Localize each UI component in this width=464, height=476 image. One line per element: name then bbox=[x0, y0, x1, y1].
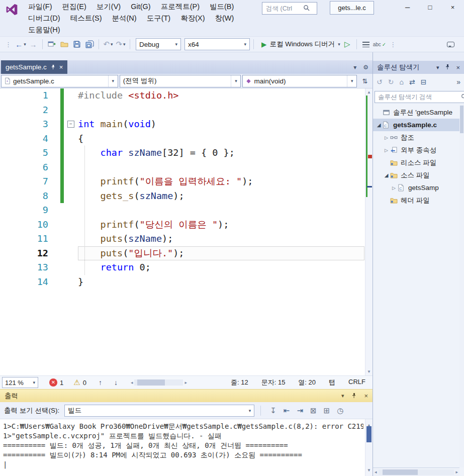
editor-horizontal-scrollbar[interactable]: ◂ ▸ bbox=[131, 376, 187, 389]
goto-message-icon[interactable]: ↧ bbox=[270, 406, 276, 415]
code-line[interactable]: return 0; bbox=[78, 260, 364, 275]
minimize-button[interactable]: ─ bbox=[396, 0, 419, 15]
scroll-left-icon[interactable]: ◂ bbox=[375, 469, 377, 474]
gear-icon[interactable]: ⚙ bbox=[363, 64, 368, 71]
code-line[interactable]: char szName[32] = { 0 }; bbox=[78, 146, 364, 160]
menu-item[interactable]: 도움말(H) bbox=[23, 24, 65, 36]
solution-search-input[interactable] bbox=[378, 93, 459, 101]
expander-expanded-icon[interactable]: ◢ bbox=[375, 122, 383, 128]
back-circle-icon[interactable]: ↺ bbox=[377, 78, 383, 86]
forward-circle-icon[interactable]: ↻ bbox=[388, 78, 394, 86]
expander-collapsed-icon[interactable]: ▷ bbox=[390, 185, 398, 191]
menu-item[interactable]: 디버그(D) bbox=[23, 13, 65, 24]
output-vertical-scrollbar[interactable]: ▲ ▼ bbox=[365, 419, 373, 476]
solution-platform-dropdown[interactable]: x64▾ bbox=[184, 38, 250, 50]
code-line[interactable] bbox=[78, 103, 364, 118]
menu-item[interactable]: 편집(E) bbox=[57, 1, 91, 13]
code-line[interactable]: gets_s(szName); bbox=[78, 189, 364, 204]
editor-vertical-scrollbar[interactable]: ▲ ▼ bbox=[365, 88, 373, 375]
menu-item[interactable]: 테스트(S) bbox=[65, 13, 107, 24]
code-editor[interactable]: 1234567891011121314 #include <stdio.h>−i… bbox=[0, 88, 373, 375]
chevron-down-icon[interactable]: ▾ bbox=[341, 393, 344, 399]
error-count-icon[interactable]: ✕ bbox=[49, 378, 57, 387]
output-log[interactable]: 1>C:₩Users₩Galaxy Book Pro360₩OneDrive₩문… bbox=[0, 419, 373, 476]
code-line[interactable]: puts(szName); bbox=[78, 232, 364, 246]
save-all-button[interactable] bbox=[84, 38, 95, 51]
search-box[interactable] bbox=[375, 91, 464, 103]
code-line[interactable]: printf("당신의 이름은 "); bbox=[78, 218, 364, 232]
chevron-down-icon[interactable]: ▾ bbox=[108, 75, 118, 87]
quick-search-box[interactable] bbox=[262, 2, 317, 15]
close-tab-icon[interactable]: × bbox=[59, 64, 63, 70]
tree-vertical-scrollbar[interactable] bbox=[459, 105, 464, 467]
scroll-left-icon[interactable]: ◂ bbox=[131, 380, 133, 385]
tree-item[interactable]: ▷CgetsSamp bbox=[373, 181, 464, 194]
code-line[interactable] bbox=[78, 160, 364, 175]
menu-item[interactable]: 확장(X) bbox=[175, 13, 210, 24]
maximize-button[interactable]: □ bbox=[419, 0, 441, 15]
scroll-up-icon[interactable]: ▲ bbox=[365, 90, 373, 94]
code-line[interactable]: puts("입니다."); bbox=[78, 246, 364, 261]
expander-collapsed-icon[interactable]: ▷ bbox=[383, 135, 390, 140]
open-file-button[interactable] bbox=[59, 38, 70, 51]
toolbar-overflow-icon[interactable]: » bbox=[456, 78, 460, 86]
close-icon[interactable]: × bbox=[364, 392, 368, 400]
clear-all-icon[interactable]: ⊠ bbox=[310, 406, 317, 415]
next-issue-button[interactable]: ↓ bbox=[114, 378, 118, 387]
new-project-button[interactable] bbox=[46, 38, 57, 51]
scroll-down-icon[interactable]: ▼ bbox=[365, 369, 373, 374]
navigation-updown-icon[interactable]: ⇅ bbox=[358, 77, 372, 85]
expander-collapsed-icon[interactable]: ▷ bbox=[383, 148, 390, 153]
tree-item[interactable]: ◢소스 파일 bbox=[373, 169, 464, 181]
tree-item[interactable]: ▷외부 종속성 bbox=[373, 144, 464, 156]
menu-item[interactable]: 보기(V) bbox=[91, 1, 126, 13]
fold-collapse-icon[interactable]: − bbox=[67, 121, 74, 128]
document-well-tab[interactable]: gets...le.c bbox=[330, 1, 374, 15]
expander-expanded-icon[interactable]: ◢ bbox=[383, 172, 390, 178]
close-icon[interactable]: × bbox=[456, 64, 460, 71]
next-message-icon[interactable]: ⇥ bbox=[297, 406, 303, 415]
code-lines[interactable]: #include <stdio.h>−int main(void){ char … bbox=[78, 88, 364, 289]
menu-item[interactable]: Git(G) bbox=[126, 1, 155, 13]
member-dropdown[interactable]: main(void) ▾ bbox=[242, 75, 357, 87]
code-line[interactable]: { bbox=[78, 132, 364, 146]
solution-explorer-header[interactable]: 솔루션 탐색기 ▾ × bbox=[373, 61, 464, 74]
chevron-down-icon[interactable]: ▾ bbox=[231, 75, 240, 87]
toolbar-grip[interactable]: ⋮ bbox=[5, 41, 12, 48]
sync-with-active-document-icon[interactable]: ⇄ bbox=[409, 78, 415, 86]
toggle-output-icon[interactable]: ⊞ bbox=[324, 406, 330, 415]
tree-item[interactable]: ◢CgetsSample.c bbox=[373, 119, 464, 131]
menu-item[interactable]: 프로젝트(P) bbox=[156, 1, 205, 13]
solution-configuration-dropdown[interactable]: Debug▾ bbox=[136, 38, 181, 50]
pin-icon[interactable] bbox=[51, 63, 55, 71]
scroll-right-icon[interactable]: ▸ bbox=[184, 380, 187, 385]
code-line[interactable]: printf("이름을 입력하세요: "); bbox=[78, 174, 364, 189]
save-button[interactable] bbox=[71, 38, 82, 51]
zoom-dropdown[interactable]: 121 %▾ bbox=[2, 377, 38, 388]
search-input[interactable] bbox=[266, 5, 303, 12]
toolbar-grip[interactable]: ⋮ bbox=[390, 41, 396, 48]
feedback-button[interactable] bbox=[445, 38, 456, 51]
tree-item[interactable]: ▷참조 bbox=[373, 131, 464, 144]
code-line[interactable]: } bbox=[78, 275, 364, 290]
project-file-dropdown[interactable]: + getsSample.c ▾ bbox=[1, 75, 118, 87]
warning-icon[interactable]: ⚠ bbox=[73, 378, 80, 387]
redo-button[interactable]: ↷▾ bbox=[115, 38, 126, 51]
code-line[interactable] bbox=[78, 203, 364, 218]
active-files-dropdown-icon[interactable]: ▾ bbox=[353, 64, 356, 71]
menu-item[interactable]: 빌드(B) bbox=[205, 1, 239, 13]
collapse-all-icon[interactable]: ⊟ bbox=[421, 78, 427, 86]
document-tab-getsSample[interactable]: getsSample.c × bbox=[1, 60, 67, 74]
chevron-down-icon[interactable]: ▾ bbox=[436, 64, 439, 71]
scrollbar-thumb[interactable] bbox=[383, 469, 418, 475]
tree-item[interactable]: 헤더 파일 bbox=[373, 194, 464, 207]
scrollbar-thumb[interactable] bbox=[366, 426, 372, 442]
code-line[interactable]: −int main(void) bbox=[78, 117, 364, 132]
pin-icon[interactable] bbox=[351, 393, 356, 399]
error-count[interactable]: 1 bbox=[60, 379, 63, 387]
chevron-down-icon[interactable]: ▾ bbox=[347, 75, 356, 87]
scrollbar-thumb[interactable] bbox=[460, 106, 463, 133]
menu-item[interactable]: 창(W) bbox=[210, 13, 239, 24]
home-icon[interactable]: ⌂ bbox=[399, 78, 403, 86]
tree-item[interactable]: 리소스 파일 bbox=[373, 156, 464, 169]
